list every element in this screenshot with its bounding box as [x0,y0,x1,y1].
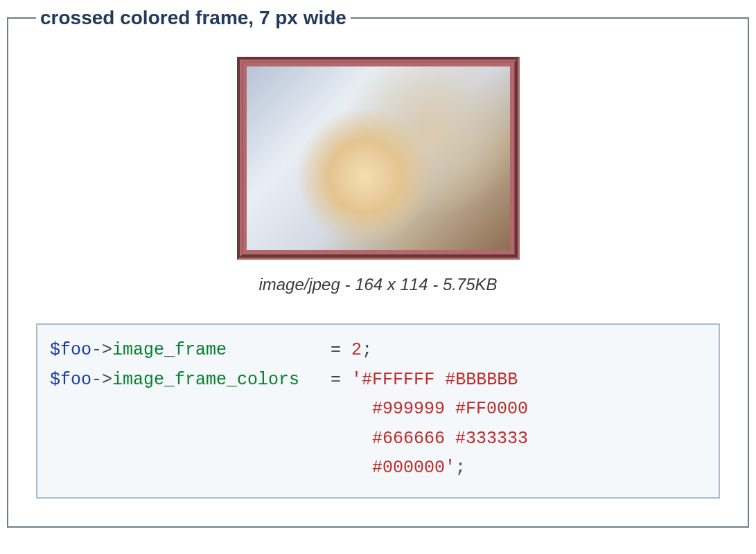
example-fieldset: crossed colored frame, 7 px wide image/j… [7,7,749,528]
code-text: $foo->image_frame = 2; $foo->image_frame… [50,340,528,478]
code-sample: $foo->image_frame = 2; $foo->image_frame… [36,323,720,499]
image-section: image/jpeg - 164 x 114 - 5.75KB [36,57,720,294]
fieldset-legend: crossed colored frame, 7 px wide [36,7,351,29]
framed-image-border [237,57,520,260]
image-placeholder [247,66,510,250]
image-caption: image/jpeg - 164 x 114 - 5.75KB [36,275,720,294]
